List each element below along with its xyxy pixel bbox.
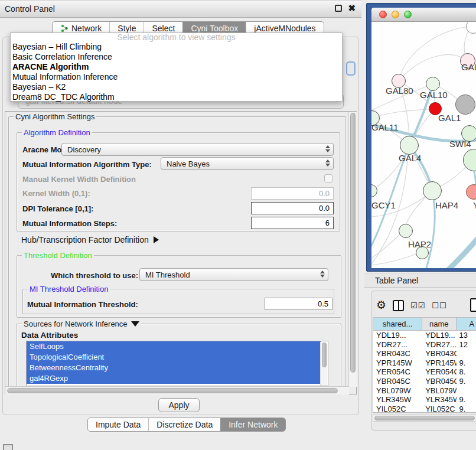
apply-button[interactable]: Apply (158, 398, 200, 412)
cyni-bottom-tabbar: Impute Data Discretize Data Infer Networ… (87, 418, 286, 432)
mi-algorithm-type-label: Mutual Information Algorithm Type: (22, 160, 152, 169)
node-label: GAL (461, 62, 476, 72)
mi-threshold-definition-title: MI Threshold Definition (28, 285, 110, 294)
table-row[interactable]: YBL079W YBL079W (373, 386, 476, 396)
expander-expanded-icon (131, 321, 139, 327)
column-header-clipped[interactable]: A (457, 318, 476, 331)
close-panel-icon[interactable]: ✖ (348, 5, 356, 12)
network-view-window[interactable]: GAL GAL80 GAL10 GAL1 GAL11 SWI4 GAL4 GCY… (366, 3, 476, 272)
data-attributes-list[interactable]: SelfLoops TopologicalCoefficient Between… (26, 341, 328, 386)
hub-tf-definition-expander[interactable]: Hub/Transcription Factor Definition (21, 235, 159, 244)
kernel-width-label: Kernel Width (0,1): (22, 189, 90, 198)
network-node-gal10[interactable] (426, 77, 440, 91)
table-panel-titlebar: Table Panel (364, 273, 476, 288)
algorithm-option[interactable]: Basic Correlation Inference (11, 52, 342, 62)
network-node-gal4[interactable] (400, 136, 419, 155)
table-row[interactable]: YLR345W YLR345W 9. (373, 395, 476, 405)
table-row[interactable]: YBR043C YBR043C (373, 349, 476, 358)
combo-stepper-icon (325, 145, 330, 152)
table-row[interactable]: YER054C YER054C 8. (373, 367, 476, 377)
control-panel-title: Control Panel (0, 4, 55, 14)
table-row[interactable]: YBR045C YBR045C 9. (373, 377, 476, 386)
network-window-titlebar[interactable] (371, 8, 476, 22)
mi-steps-label: Mutual Information Steps: (22, 219, 117, 228)
network-canvas[interactable]: GAL GAL80 GAL10 GAL1 GAL11 SWI4 GAL4 GCY… (371, 22, 476, 268)
network-icon (60, 24, 69, 32)
which-threshold-combobox[interactable]: MI Threshold (139, 268, 328, 281)
minimize-window-icon[interactable] (392, 11, 399, 18)
zoom-window-icon[interactable] (404, 11, 412, 18)
node-label: GCY1 (371, 200, 396, 210)
sources-title: Sources for Network Inference (22, 319, 141, 328)
node-label: SWI4 (449, 139, 471, 149)
algorithm-option[interactable]: Bayesian – K2 (11, 82, 342, 92)
table-horizontal-scrollbar[interactable] (373, 414, 476, 422)
table-panel-title: Table Panel (375, 276, 418, 285)
control-panel-titlebar: Control Panel ✖ (0, 0, 361, 18)
node-label: GAL11 (371, 122, 399, 132)
screenshot-root: Control Panel ✖ Network Style Select Cyn… (0, 0, 476, 450)
table-row[interactable]: YIL052C YIL052C 9. (373, 405, 476, 413)
settings-vertical-scrollbar[interactable] (348, 112, 357, 387)
table-toolbar: ⚙ ☑☑ ☐☐ (376, 297, 476, 314)
expander-collapsed-icon (154, 236, 159, 243)
float-panel-icon[interactable] (335, 5, 342, 12)
list-item-selected[interactable]: gal4RGexp (27, 373, 321, 384)
table-panel: ⚙ ☑☑ ☐☐ shared... name A YDL19... YDL19.… (371, 291, 476, 431)
dpi-tolerance-input[interactable]: 0.0 (251, 202, 334, 214)
tab-infer-network[interactable]: Infer Network (220, 418, 285, 431)
combo-stepper-icon (320, 270, 325, 278)
manual-kernel-width-checkbox[interactable] (324, 174, 332, 182)
network-node-gray[interactable] (455, 94, 475, 115)
table-row[interactable]: YDL19... YDL19... 13 (373, 331, 476, 340)
list-item-selected[interactable]: BetweennessCentrality (27, 363, 321, 373)
mi-steps-input[interactable]: 6 (251, 217, 334, 229)
algorithm-option-selected[interactable]: ARACNE Algorithm (11, 62, 342, 72)
aracne-mode-combobox[interactable]: Discovery (61, 143, 334, 156)
list-item-selected[interactable]: TopologicalCoefficient (27, 352, 321, 363)
algorithm-option[interactable]: Bayesian – Hill Climbing (11, 42, 342, 52)
close-window-icon[interactable] (379, 11, 387, 18)
node-label: HAP2 (408, 239, 431, 249)
table-header-row: shared... name A (373, 318, 476, 331)
mi-threshold-input[interactable]: 0.5 (265, 298, 332, 310)
network-node-hap4[interactable] (423, 181, 442, 200)
settings-horizontal-scrollbar[interactable] (5, 386, 349, 394)
select-all-icon[interactable]: ☑☑ (410, 301, 425, 310)
column-header-shared-name[interactable]: shared... (373, 318, 422, 331)
dpi-tolerance-label: DPI Tolerance [0,1]: (22, 204, 93, 213)
data-attributes-label: Data Attributes (21, 331, 78, 340)
table-row[interactable]: YPR145W YPR145W 9. (373, 358, 476, 368)
cyni-algorithm-settings-title: Cyni Algorithm Settings (14, 112, 96, 121)
list-scrollbar[interactable] (320, 342, 327, 386)
threshold-definition-title: Threshold Definition (22, 251, 94, 260)
node-label: GAL10 (420, 90, 448, 100)
list-item-selected[interactable]: SelfLoops (27, 341, 321, 352)
mi-algorithm-type-combobox[interactable]: Naive Bayes (161, 157, 334, 170)
which-threshold-label: Which threshold to use: (51, 271, 138, 280)
column-header-name[interactable]: name (422, 318, 456, 331)
deselect-all-icon[interactable]: ☐☐ (432, 301, 446, 310)
network-node-hap2[interactable] (399, 224, 413, 238)
kernel-width-input[interactable]: 0.0 (251, 187, 334, 200)
columns-icon[interactable] (393, 300, 404, 311)
new-table-icon[interactable] (470, 298, 476, 312)
mi-threshold-label: Mutual Information Threshold: (27, 300, 138, 309)
node-label: Y (473, 200, 476, 210)
algorithm-option[interactable]: Dream8 DC_TDC Algorithm (11, 92, 342, 102)
node-label: GAL80 (386, 86, 413, 96)
minimized-panel-icon[interactable] (3, 444, 13, 450)
algorithm-dropdown-popup: Select algorithm to view settings Bayesi… (10, 32, 343, 102)
tab-impute-data[interactable]: Impute Data (88, 418, 148, 431)
node-label: HAP4 (435, 200, 458, 210)
node-label: GAL1 (438, 113, 461, 123)
tab-network-label: Network (71, 24, 102, 33)
algorithm-dropdown-placeholder: Select algorithm to view settings (11, 33, 342, 42)
algorithm-option[interactable]: Mutual Information Inference (11, 72, 342, 82)
node-table[interactable]: shared... name A YDL19... YDL19... 13 YD… (373, 317, 476, 413)
table-row[interactable]: YDR27... YDR27... 12 (373, 340, 476, 350)
node-label: GAL4 (399, 153, 421, 163)
gear-icon[interactable]: ⚙ (376, 299, 386, 311)
algorithm-definition-title: Algorithm Definition (22, 128, 92, 137)
tab-discretize-data[interactable]: Discretize Data (148, 418, 220, 431)
